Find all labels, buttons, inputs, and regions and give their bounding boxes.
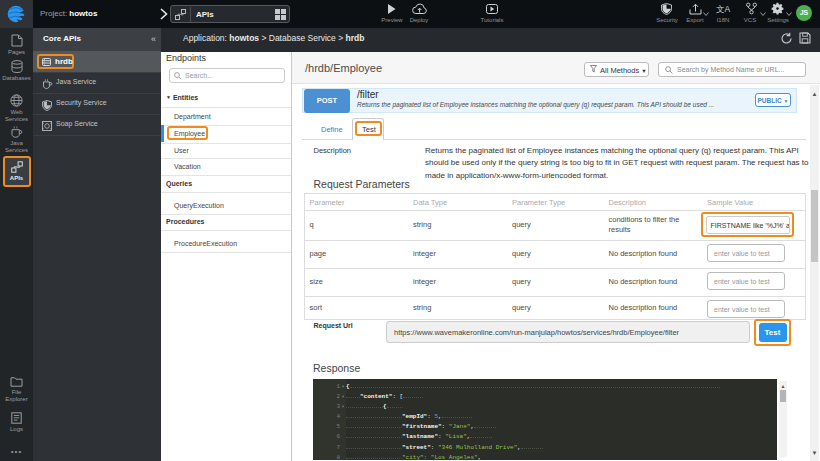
- svg-text:文A: 文A: [716, 4, 731, 14]
